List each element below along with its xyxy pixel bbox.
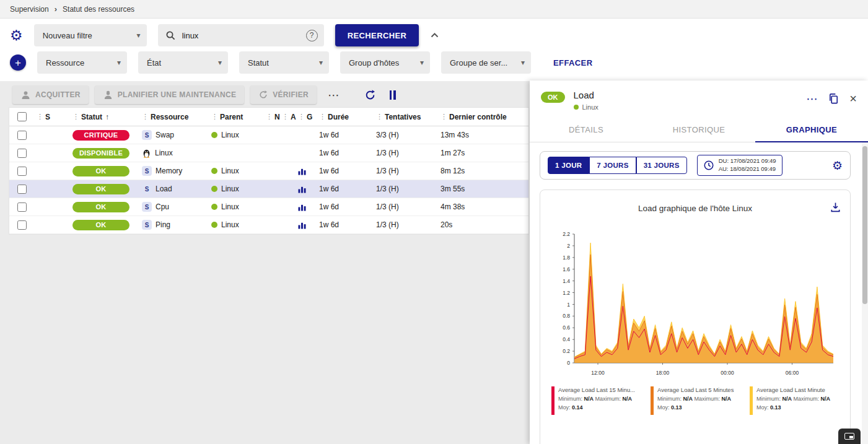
graph-settings-gear-icon[interactable]: ⚙ [832,159,843,173]
check-label: VÉRIFIER [273,90,309,99]
duration-cell: 1w 6d [317,202,374,211]
download-icon[interactable] [830,201,841,213]
search-button[interactable]: RECHERCHER [335,24,419,46]
breadcrumb-item[interactable]: Supervision [10,5,49,14]
column-options-icon[interactable]: ⋮ [376,113,383,121]
panel-body: 1 JOUR 7 JOURS 31 JOURS DU: 17/08/2021 0… [530,142,868,444]
column-options-icon[interactable]: ⋮ [142,113,149,121]
svg-text:06:00: 06:00 [786,370,799,376]
recheck-icon [258,90,268,100]
column-options-icon[interactable]: ⋮ [211,113,218,121]
legend-series-name: Average Load Last Minute [756,386,830,394]
column-header[interactable]: Dernier contrôle [449,113,507,121]
panel-scrollbar-thumb[interactable] [862,146,867,304]
column-options-icon[interactable]: ⋮ [72,113,79,121]
table-row[interactable]: OK SLoad Linux 1w 6d 1/3 (H) 3m 55s [9,180,528,198]
table-row[interactable]: DISPONIBLE Linux 1w 6d 1/3 (H) 1m 27s [9,144,528,162]
column-options-icon[interactable]: ⋮ [282,113,289,121]
chevron-down-icon: ▾ [521,58,525,67]
breadcrumb-item[interactable]: Statut des ressources [63,5,134,14]
resources-table: ⋮S ⋮Statut↑ ⋮Ressource ⋮Parent ⋮N ⋮A ⋮G … [9,107,529,235]
column-header[interactable]: Statut [81,113,102,121]
status-badge: OK [72,166,129,176]
tab-history[interactable]: HISTORIQUE [642,118,755,142]
resource-name: Cpu [156,202,169,211]
column-options-icon[interactable]: ⋮ [441,113,447,121]
panel-more-icon[interactable]: ⋯ [806,93,818,105]
chevron-down-icon: ▾ [117,58,121,67]
table-row[interactable]: OK SPing Linux 1w 6d 1/3 (H) 20s [9,216,528,234]
chevron-down-icon: ▾ [420,58,424,67]
criteria-select[interactable]: Statut▾ [239,51,329,74]
criteria-select[interactable]: Ressource▾ [37,51,127,74]
column-header[interactable]: Parent [220,113,243,121]
criteria-select[interactable]: Group d'hôtes▾ [340,51,430,74]
svg-text:1.8: 1.8 [563,255,570,261]
search-icon [165,30,176,41]
table-row[interactable]: OK SCpu Linux 1w 6d 1/3 (H) 4m 38s [9,198,528,216]
duration-cell: 1w 6d [317,185,374,193]
row-checkbox[interactable] [17,131,27,140]
range-31-days-button[interactable]: 31 JOURS [636,157,687,174]
column-options-icon[interactable]: ⋮ [266,113,273,121]
refresh-button[interactable] [361,89,380,101]
parent-status-dot [211,132,217,138]
date-range-control[interactable]: DU: 17/08/2021 09:49 AU: 18/08/2021 09:4… [697,155,783,176]
range-1-day-button[interactable]: 1 JOUR [548,157,589,174]
chart-card: Load graphique de l'hôte Linux 00.20.40.… [540,189,851,444]
row-checkbox[interactable] [17,202,27,212]
column-header[interactable]: Ressource [151,113,188,121]
add-filter-button[interactable]: + [10,54,26,71]
check-button[interactable]: VÉRIFIER [250,85,317,104]
tab-graph[interactable]: GRAPHIQUE [755,118,868,142]
copy-icon[interactable] [828,93,840,105]
chevron-up-icon[interactable] [430,32,439,38]
legend-item[interactable]: Average Load Last 15 Minu... Minimum: N/… [551,386,646,415]
select-all-checkbox[interactable] [17,112,27,121]
tab-details[interactable]: DÉTAILS [530,118,642,142]
screen-share-overlay-icon[interactable] [838,429,861,444]
column-header[interactable]: Durée [328,113,349,121]
legend-item[interactable]: Average Load Last 5 Minutes Minimum: N/A… [651,386,745,415]
graph-icon[interactable] [298,167,306,175]
column-header[interactable]: G [307,113,312,121]
row-checkbox[interactable] [17,167,27,176]
service-icon: S [142,166,152,176]
sort-asc-icon[interactable]: ↑ [105,113,109,121]
criteria-select[interactable]: État▾ [138,51,228,74]
column-options-icon[interactable]: ⋮ [298,113,305,121]
more-actions-button[interactable]: ⋯ [323,88,344,102]
resource-name: Swap [156,131,174,139]
column-options-icon[interactable]: ⋮ [319,113,326,121]
row-checkbox[interactable] [17,185,27,194]
graph-icon[interactable] [298,221,306,229]
table-row[interactable]: CRITIQUE SSwap Linux 1w 6d 3/3 (H) 13m 4… [9,126,528,144]
maintenance-button[interactable]: PLANIFIER UNE MAINTENANCE [95,85,245,104]
clear-filters-button[interactable]: EFFACER [553,58,592,67]
legend-min-max: Minimum: N/A Maximum: N/A [657,396,734,403]
column-header[interactable]: S [45,113,50,121]
search-input[interactable] [182,31,300,40]
saved-filter-select[interactable]: Nouveau filtre ▾ [34,24,147,46]
settings-gear-icon[interactable]: ⚙ [10,28,23,43]
tries-cell: 1/3 (H) [374,167,438,175]
help-icon[interactable]: ? [306,30,318,41]
column-header[interactable]: Tentatives [385,113,421,121]
row-checkbox[interactable] [17,220,27,230]
acknowledge-button[interactable]: ACQUITTER [12,85,89,104]
graph-icon[interactable] [298,203,306,211]
pause-button[interactable] [386,90,400,100]
row-checkbox[interactable] [17,149,27,158]
tries-cell: 1/3 (H) [374,149,438,157]
column-options-icon[interactable]: ⋮ [37,113,43,121]
range-7-days-button[interactable]: 7 JOURS [589,157,636,174]
close-panel-icon[interactable]: × [849,92,857,105]
status-badge: CRITIQUE [72,130,129,141]
legend-item[interactable]: Average Load Last Minute Minimum: N/A Ma… [750,386,844,415]
saved-filter-value: Nouveau filtre [43,31,92,40]
svg-text:00:00: 00:00 [721,370,734,376]
svg-text:18:00: 18:00 [656,370,670,376]
criteria-select[interactable]: Groupe de ser...▾ [441,51,531,74]
graph-icon[interactable] [298,185,306,193]
table-row[interactable]: OK SMemory Linux 1w 6d 1/3 (H) 8m 12s [9,162,528,180]
